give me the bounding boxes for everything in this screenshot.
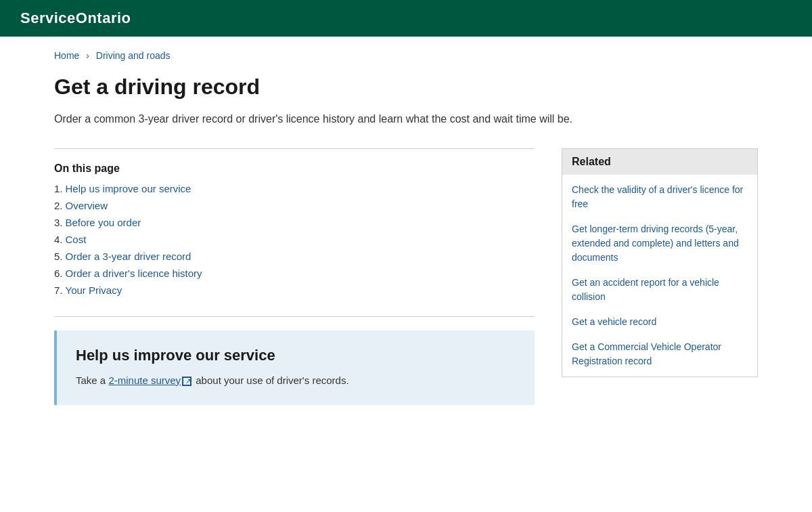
on-this-page-link[interactable]: Before you order <box>66 217 141 228</box>
related-link[interactable]: Get a vehicle record <box>572 315 748 329</box>
on-this-page-num: 5. <box>54 251 63 262</box>
info-box-title: Help us improve our service <box>76 347 516 364</box>
info-box-text-before: Take a <box>76 375 108 386</box>
breadcrumb: Home › Driving and roads <box>54 50 758 61</box>
on-this-page-num: 3. <box>54 217 63 228</box>
on-this-page-num: 7. <box>54 284 63 296</box>
on-this-page-section: On this page 1.Help us improve our servi… <box>54 163 535 296</box>
info-box: Help us improve our service Take a 2-min… <box>54 330 535 405</box>
on-this-page-list: 1.Help us improve our service2.Overview3… <box>54 183 535 296</box>
breadcrumb-separator: › <box>86 50 89 61</box>
main-container: Home › Driving and roads Get a driving r… <box>34 37 778 419</box>
logo: ServiceOntario <box>20 9 131 26</box>
on-this-page-item: 7.Your Privacy <box>54 284 535 296</box>
on-this-page-item: 1.Help us improve our service <box>54 183 535 194</box>
info-box-text: Take a 2-minute survey about your use of… <box>76 372 516 389</box>
on-this-page-link[interactable]: Your Privacy <box>66 284 122 296</box>
breadcrumb-current[interactable]: Driving and roads <box>96 50 171 61</box>
on-this-page-heading: On this page <box>54 163 535 175</box>
on-this-page-link[interactable]: Cost <box>66 234 87 245</box>
related-link[interactable]: Get a Commercial Vehicle Operator Regist… <box>572 340 748 368</box>
on-this-page-item: 6.Order a driver's licence history <box>54 268 535 279</box>
on-this-page-item: 5.Order a 3-year driver record <box>54 251 535 262</box>
on-this-page-link[interactable]: Order a 3-year driver record <box>66 251 191 262</box>
related-link[interactable]: Get longer-term driving records (5-year,… <box>572 222 748 265</box>
right-column: Related Check the validity of a driver's… <box>562 148 758 377</box>
survey-link[interactable]: 2-minute survey <box>108 375 181 386</box>
content-area: On this page 1.Help us improve our servi… <box>54 148 758 405</box>
on-this-page-link[interactable]: Order a driver's licence history <box>66 268 202 279</box>
breadcrumb-home[interactable]: Home <box>54 50 79 61</box>
on-this-page-num: 2. <box>54 200 63 211</box>
on-this-page-item: 3.Before you order <box>54 217 535 228</box>
external-link-icon <box>182 377 191 386</box>
on-this-page-item: 2.Overview <box>54 200 535 211</box>
on-this-page-item: 4.Cost <box>54 234 535 245</box>
related-links: Check the validity of a driver's licence… <box>562 175 757 377</box>
related-box: Related Check the validity of a driver's… <box>562 148 758 377</box>
related-link[interactable]: Get an accident report for a vehicle col… <box>572 276 748 304</box>
divider-bottom <box>54 316 535 317</box>
related-heading: Related <box>562 149 757 175</box>
info-box-text-after: about your use of driver's records. <box>193 375 348 386</box>
header: ServiceOntario <box>0 0 812 37</box>
divider-top <box>54 148 535 149</box>
page-title: Get a driving record <box>54 74 758 100</box>
intro-text: Order a common 3-year driver record or d… <box>54 110 582 128</box>
on-this-page-num: 1. <box>54 183 63 194</box>
related-link[interactable]: Check the validity of a driver's licence… <box>572 183 748 211</box>
on-this-page-num: 6. <box>54 268 63 279</box>
on-this-page-num: 4. <box>54 234 63 245</box>
left-column: On this page 1.Help us improve our servi… <box>54 148 535 405</box>
on-this-page-link[interactable]: Overview <box>66 200 108 211</box>
on-this-page-link[interactable]: Help us improve our service <box>66 183 191 194</box>
